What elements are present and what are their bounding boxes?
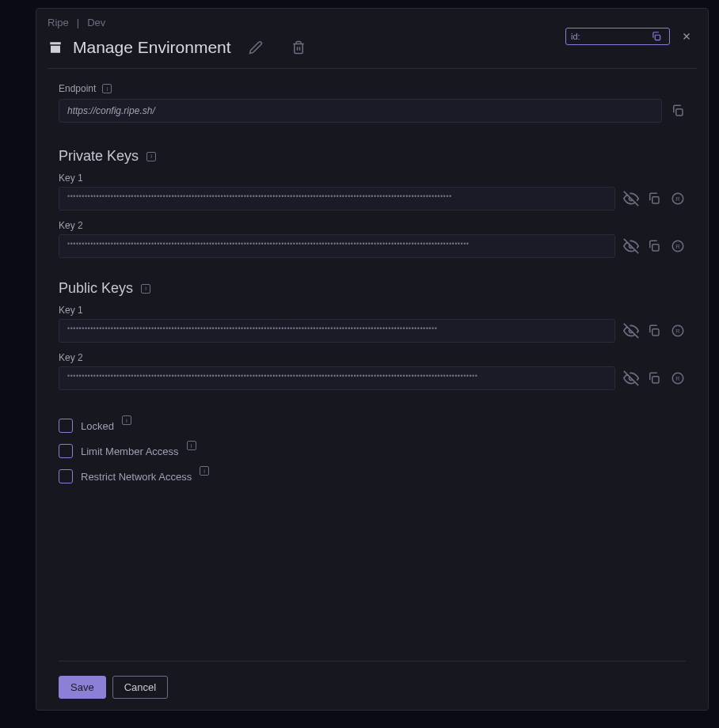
public-key1-label: Key 1 — [59, 305, 686, 316]
cancel-button[interactable]: Cancel — [112, 676, 168, 699]
manage-environment-modal: Ripe | Dev id: Manage Environment E — [36, 8, 709, 711]
close-button[interactable] — [678, 28, 695, 45]
save-button[interactable]: Save — [59, 676, 106, 699]
eye-off-icon[interactable] — [623, 323, 639, 339]
copy-id-icon[interactable] — [649, 28, 664, 44]
limit-member-info-icon[interactable]: i — [187, 441, 196, 450]
public-key2-input[interactable]: ••••••••••••••••••••••••••••••••••••••••… — [59, 366, 615, 390]
footer-divider — [59, 661, 686, 662]
svg-rect-11 — [652, 377, 659, 383]
limit-member-checkbox[interactable] — [59, 444, 73, 458]
svg-rect-5 — [652, 245, 659, 251]
page-title: Manage Environment — [73, 38, 231, 57]
copy-icon[interactable] — [647, 323, 663, 339]
endpoint-label: Endpoint — [59, 83, 96, 94]
private-key1-input[interactable]: ••••••••••••••••••••••••••••••••••••••••… — [59, 187, 615, 210]
copy-icon[interactable] — [647, 238, 663, 254]
archive-icon — [48, 40, 63, 55]
regenerate-icon[interactable]: R — [670, 238, 686, 254]
locked-checkbox[interactable] — [59, 419, 73, 433]
svg-text:R: R — [675, 195, 680, 203]
eye-off-icon[interactable] — [623, 370, 639, 386]
eye-off-icon[interactable] — [623, 238, 639, 254]
copy-icon[interactable] — [647, 191, 663, 207]
public-key1-input[interactable]: ••••••••••••••••••••••••••••••••••••••••… — [59, 319, 615, 343]
svg-rect-1 — [676, 109, 683, 116]
breadcrumb-env[interactable]: Dev — [87, 17, 105, 28]
limit-member-label: Limit Member Access — [81, 446, 179, 457]
id-prefix: id: — [571, 32, 580, 41]
breadcrumb-sep: | — [77, 17, 79, 28]
restrict-network-info-icon[interactable]: i — [200, 466, 209, 476]
copy-endpoint-icon[interactable] — [670, 103, 686, 119]
id-badge: id: — [565, 28, 670, 45]
svg-rect-0 — [655, 35, 660, 40]
copy-icon[interactable] — [647, 370, 663, 386]
private-key2-input[interactable]: ••••••••••••••••••••••••••••••••••••••••… — [59, 234, 615, 258]
trash-icon[interactable] — [290, 39, 307, 56]
public-keys-title: Public Keys — [59, 280, 133, 297]
footer: Save Cancel — [59, 676, 686, 699]
private-keys-title: Private Keys — [59, 148, 139, 165]
svg-text:R: R — [675, 243, 680, 250]
regenerate-icon[interactable]: R — [670, 191, 686, 207]
regenerate-icon[interactable]: R — [670, 323, 686, 339]
content: Endpoint i Private Keys i Key 1 ••••••••… — [36, 69, 708, 710]
svg-rect-8 — [652, 329, 659, 336]
regenerate-icon[interactable]: R — [670, 370, 686, 386]
svg-rect-2 — [652, 197, 659, 203]
eye-off-icon[interactable] — [623, 191, 639, 207]
locked-info-icon[interactable]: i — [122, 415, 131, 425]
id-group: id: — [565, 28, 670, 45]
public-key2-label: Key 2 — [59, 352, 686, 363]
restrict-network-label: Restrict Network Access — [81, 471, 192, 483]
public-keys-info-icon[interactable]: i — [141, 284, 150, 294]
svg-text:R: R — [675, 375, 680, 382]
private-key1-label: Key 1 — [59, 173, 686, 184]
private-key2-label: Key 2 — [59, 220, 686, 231]
breadcrumb: Ripe | Dev — [36, 9, 708, 28]
edit-icon[interactable] — [247, 39, 264, 56]
breadcrumb-org[interactable]: Ripe — [48, 17, 69, 28]
private-keys-info-icon[interactable]: i — [146, 152, 156, 161]
locked-label: Locked — [81, 420, 114, 432]
endpoint-info-icon[interactable]: i — [102, 84, 112, 93]
endpoint-input[interactable] — [59, 99, 662, 123]
svg-text:R: R — [675, 328, 680, 335]
restrict-network-checkbox[interactable] — [59, 469, 73, 483]
